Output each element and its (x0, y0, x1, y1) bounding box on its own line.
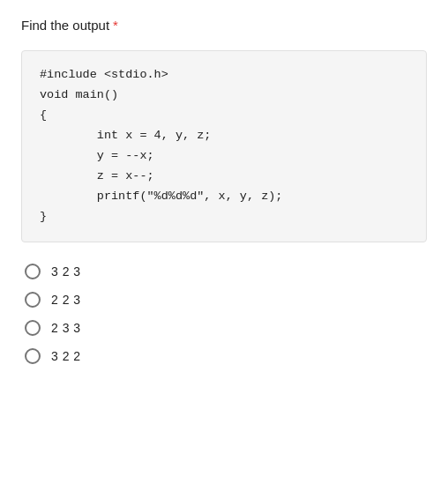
code-block: #include <stdio.h> void main() { int x =… (21, 50, 427, 242)
option-label-1: 3 2 3 (51, 264, 81, 279)
option-label-4: 3 2 2 (51, 349, 81, 363)
list-item[interactable]: 2 2 3 (25, 292, 427, 308)
list-item[interactable]: 3 2 3 (25, 264, 427, 279)
title-text: Find the output (21, 18, 109, 33)
radio-button-3[interactable] (25, 320, 41, 336)
option-label-2: 2 2 3 (51, 293, 81, 307)
list-item[interactable]: 2 3 3 (25, 320, 427, 336)
options-list: 3 2 3 2 2 3 2 3 3 3 2 2 (21, 264, 427, 364)
list-item[interactable]: 3 2 2 (25, 348, 427, 364)
radio-button-2[interactable] (25, 292, 41, 308)
option-label-3: 2 3 3 (51, 321, 81, 335)
radio-button-4[interactable] (25, 348, 41, 364)
question-title: Find the output * (21, 18, 427, 33)
radio-button-1[interactable] (25, 264, 41, 279)
required-star: * (113, 18, 118, 33)
